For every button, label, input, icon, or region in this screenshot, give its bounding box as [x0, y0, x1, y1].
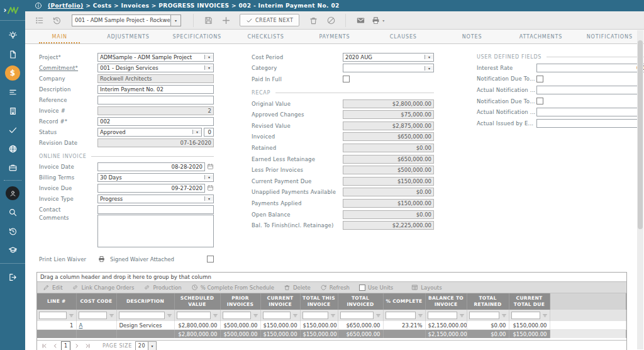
filter-icon[interactable]	[292, 313, 298, 319]
filter-input-total-retained[interactable]	[469, 312, 499, 319]
refresh-button[interactable]: Refresh	[320, 284, 350, 291]
app-logo[interactable]: ›	[0, 0, 25, 21]
project-select[interactable]: ADMSample - ADM Sample Project▾	[97, 53, 214, 62]
vertical-scrollbar-thumb[interactable]	[638, 40, 643, 229]
billing-terms-select[interactable]: 30 Days▾	[97, 173, 214, 182]
actual-issued-by-e-input[interactable]	[536, 119, 642, 128]
column-header-line[interactable]: LINE #	[37, 293, 76, 310]
print-button[interactable]	[369, 13, 382, 27]
filter-icon[interactable]	[542, 313, 548, 319]
filter-input-cost-code[interactable]	[79, 312, 107, 319]
commitment-label[interactable]: Commitment*	[39, 65, 97, 71]
description-input[interactable]: Interim Payment No. 02	[97, 85, 214, 94]
use-units-toggle[interactable]: Use Units	[359, 285, 393, 291]
tab-payments[interactable]: PAYMENTS	[300, 30, 369, 43]
actual-notification-input[interactable]	[536, 86, 642, 94]
edit-button[interactable]: Edit	[43, 284, 62, 291]
column-header-prior-invoices[interactable]: PRIOR INVOICES	[220, 293, 260, 310]
column-header-total-invoiced[interactable]: TOTAL INVOICED	[338, 293, 383, 310]
filter-input-line[interactable]	[39, 312, 67, 319]
layouts-button[interactable]: Layouts	[411, 284, 441, 291]
sidebar-item-check[interactable]	[0, 120, 25, 139]
tab-clauses[interactable]: CLAUSES	[369, 30, 438, 43]
column-header-total-retained[interactable]: TOTAL RETAINED	[467, 293, 509, 310]
filter-icon[interactable]	[253, 313, 258, 319]
column-header-total-this-invoice[interactable]: TOTAL THIS INVOICE	[300, 293, 338, 310]
sidebar-item-dollar[interactable]: $	[0, 64, 25, 82]
filter-input-total-this-invoice[interactable]	[303, 312, 328, 319]
filter-icon[interactable]	[501, 313, 507, 319]
add-button[interactable]	[217, 13, 235, 27]
list-view-button[interactable]	[30, 13, 48, 27]
sidebar-item-search[interactable]	[0, 203, 25, 222]
last-page-button[interactable]	[83, 342, 92, 350]
filter-icon[interactable]	[459, 313, 465, 319]
sidebar-item-avatar[interactable]	[0, 184, 25, 203]
dropdown-caret-icon[interactable]: ▾	[204, 196, 213, 201]
status-select[interactable]: Approved▾	[97, 128, 202, 137]
filter-icon[interactable]	[330, 313, 336, 319]
cost-code-link[interactable]: A	[79, 322, 83, 329]
contact-input[interactable]	[97, 205, 214, 214]
reference-input[interactable]	[97, 96, 214, 104]
current-page[interactable]: 1	[61, 341, 70, 350]
void-button[interactable]	[322, 13, 340, 27]
sidebar-item-history[interactable]	[0, 222, 25, 240]
actual-notification-input[interactable]	[536, 108, 642, 116]
info-icon[interactable]	[35, 2, 42, 9]
notification-due-to-checkbox[interactable]	[536, 76, 543, 82]
save-button[interactable]	[199, 13, 217, 27]
filter-icon[interactable]	[375, 313, 381, 319]
filter-input-complete[interactable]	[386, 312, 416, 319]
sidebar-item-briefcase[interactable]	[0, 158, 25, 177]
signed-waiver-checkbox[interactable]	[207, 256, 214, 262]
column-header-current-total-due[interactable]: CURRENT TOTAL DUE	[509, 293, 550, 310]
sidebar-item-lightbulb[interactable]	[0, 26, 25, 45]
column-header-description[interactable]: DESCRIPTION	[116, 293, 174, 310]
sidebar-item-list[interactable]	[0, 82, 25, 101]
column-header-complete[interactable]: % COMPLETE	[383, 293, 425, 310]
link-change-orders-button[interactable]: Link Change Orders	[72, 284, 134, 291]
tab-specifications[interactable]: SPECIFICATIONS	[163, 30, 231, 43]
prev-page-button[interactable]	[50, 342, 59, 350]
category-select[interactable]: ▾	[343, 64, 434, 72]
complete-from-schedule-button[interactable]: % Complete From Schedule	[191, 284, 274, 291]
calendar-icon[interactable]	[207, 163, 214, 170]
sidebar-item-globe[interactable]	[0, 139, 25, 158]
print-options-caret-icon[interactable]: ▾	[382, 18, 384, 23]
column-header-cost-code[interactable]: COST CODE	[76, 293, 116, 310]
dropdown-caret-icon[interactable]: ▾	[204, 55, 213, 59]
cost-period-select[interactable]: 2020 AUG▾	[343, 53, 434, 62]
tab-checklists[interactable]: CHECKLISTS	[231, 30, 300, 43]
tab-adjustments[interactable]: ADJUSTMENTS	[94, 30, 162, 43]
filter-icon[interactable]	[213, 313, 218, 319]
group-by-bar[interactable]: Drag a column header and drop it here to…	[37, 273, 626, 282]
record-input[interactable]: 002	[97, 117, 214, 126]
filter-icon[interactable]	[418, 313, 423, 319]
project-selector[interactable]: 001 - ADM Sample Project - Rockwel ▾	[72, 14, 181, 26]
dropdown-caret-icon[interactable]: ▾	[192, 130, 201, 134]
sidebar-item-gradcap[interactable]	[0, 240, 25, 259]
sidebar-item-document[interactable]	[0, 45, 25, 64]
paid-in-full-checkbox[interactable]	[343, 76, 350, 82]
tab-notifications[interactable]: NOTIFICATIONS	[575, 30, 644, 43]
invoice-date-input[interactable]: 08-28-2020	[97, 162, 205, 171]
breadcrumb-portfolio-link[interactable]: (Portfolio)	[48, 3, 84, 9]
use-units-checkbox[interactable]	[359, 285, 365, 291]
sidebar-item-building[interactable]	[0, 101, 25, 120]
invoice-due-input[interactable]: 09-27-2020	[97, 184, 205, 193]
next-page-button[interactable]	[72, 342, 81, 350]
email-button[interactable]	[352, 13, 369, 27]
status-revision-input[interactable]: 0	[204, 128, 214, 137]
filter-input-current-total-due[interactable]	[511, 312, 540, 319]
production-button[interactable]: Production	[143, 284, 181, 291]
column-header-current-invoice[interactable]: CURRENT INVOICE	[260, 293, 300, 310]
filter-input-description[interactable]	[119, 312, 165, 319]
dropdown-caret-icon[interactable]: ▾	[425, 55, 433, 59]
dropdown-caret-icon[interactable]: ▾	[148, 342, 156, 350]
filter-input-prior-invoices[interactable]	[223, 312, 251, 319]
sidebar-item-logout[interactable]	[0, 268, 25, 286]
dropdown-caret-icon[interactable]: ▾	[204, 65, 213, 70]
column-header-scheduled-value[interactable]: SCHEDULED VALUE	[174, 293, 220, 310]
dropdown-caret-icon[interactable]: ▾	[170, 15, 180, 26]
